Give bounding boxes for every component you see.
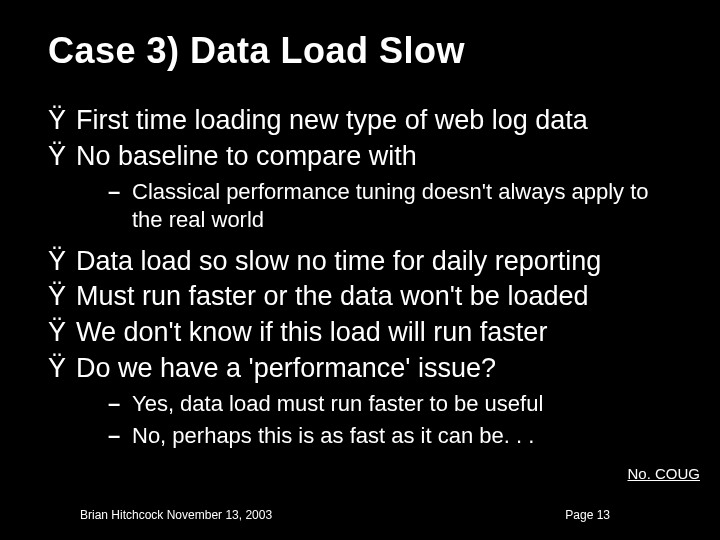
bullet-item: Ÿ Must run faster or the data won't be l… — [48, 280, 672, 314]
bullet-icon: Ÿ — [48, 245, 76, 279]
bullet-icon: Ÿ — [48, 104, 76, 138]
slide-body: Ÿ First time loading new type of web log… — [48, 104, 672, 455]
bullet-text: Do we have a 'performance' issue? — [76, 352, 496, 386]
bullet-icon: Ÿ — [48, 316, 76, 350]
bullet-text: We don't know if this load will run fast… — [76, 316, 547, 350]
slide-title: Case 3) Data Load Slow — [48, 30, 465, 72]
bullet-item: Ÿ No baseline to compare with — [48, 140, 672, 174]
dash-icon: – — [108, 422, 132, 451]
sub-bullet-item: – No, perhaps this is as fast as it can … — [108, 422, 672, 451]
bullet-icon: Ÿ — [48, 140, 76, 174]
slide: Case 3) Data Load Slow Ÿ First time load… — [0, 0, 720, 540]
bullet-item: Ÿ Data load so slow no time for daily re… — [48, 245, 672, 279]
bullet-text: No baseline to compare with — [76, 140, 417, 174]
bullet-text: First time loading new type of web log d… — [76, 104, 588, 138]
bullet-item: Ÿ Do we have a 'performance' issue? — [48, 352, 672, 386]
dash-icon: – — [108, 178, 132, 207]
bullet-text: Must run faster or the data won't be loa… — [76, 280, 588, 314]
dash-icon: – — [108, 390, 132, 419]
bullet-text: Data load so slow no time for daily repo… — [76, 245, 601, 279]
bullet-icon: Ÿ — [48, 352, 76, 386]
sub-bullet-item: – Yes, data load must run faster to be u… — [108, 390, 672, 419]
sub-bullet-text: No, perhaps this is as fast as it can be… — [132, 422, 534, 451]
footer-org: No. COUG — [627, 465, 700, 482]
bullet-item: Ÿ We don't know if this load will run fa… — [48, 316, 672, 350]
sub-bullet-text: Yes, data load must run faster to be use… — [132, 390, 543, 419]
footer-page: Page 13 — [565, 508, 610, 522]
sub-bullet-item: – Classical performance tuning doesn't a… — [108, 178, 672, 235]
bullet-item: Ÿ First time loading new type of web log… — [48, 104, 672, 138]
bullet-icon: Ÿ — [48, 280, 76, 314]
sub-bullet-text: Classical performance tuning doesn't alw… — [132, 178, 672, 235]
footer-bar — [0, 464, 720, 484]
footer-author: Brian Hitchcock November 13, 2003 — [80, 508, 272, 522]
